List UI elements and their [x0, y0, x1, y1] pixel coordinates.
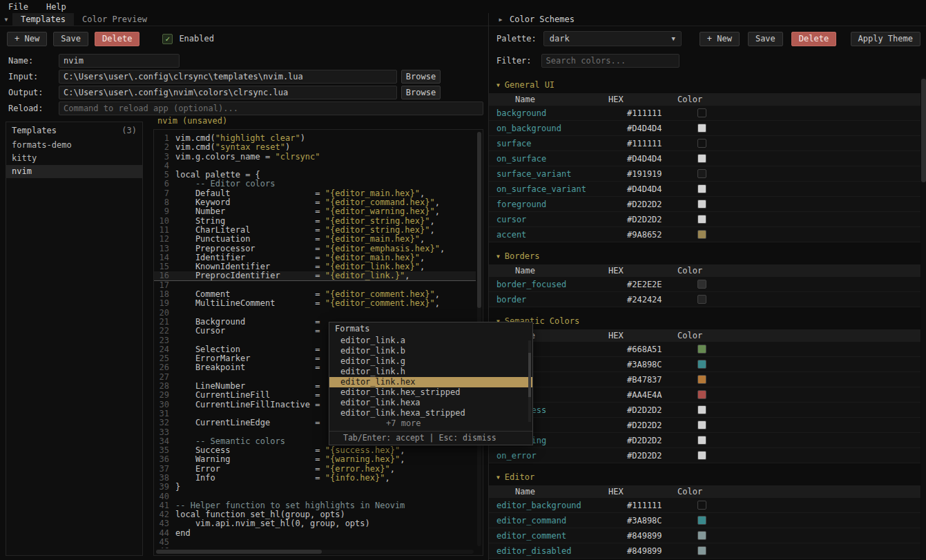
- color-row[interactable]: cursor#D2D2D2: [489, 212, 920, 227]
- chevron-down-icon[interactable]: ▼: [0, 17, 12, 23]
- input-path-field[interactable]: [59, 70, 397, 84]
- color-swatch[interactable]: [697, 421, 706, 429]
- autocomplete-item[interactable]: editor_link.a: [329, 336, 532, 346]
- line-number: 1: [154, 134, 169, 143]
- template-item-kitty[interactable]: kitty: [6, 152, 142, 165]
- line-number: 16: [154, 271, 169, 280]
- color-row[interactable]: warning#B47837: [489, 372, 920, 387]
- autocomplete-item[interactable]: editor_link.g: [329, 356, 532, 367]
- color-swatch[interactable]: [697, 531, 706, 540]
- color-row[interactable]: on_success#D2D2D2: [489, 403, 920, 418]
- color-row[interactable]: info#3A898C: [489, 357, 920, 372]
- color-swatch[interactable]: [697, 200, 706, 209]
- color-swatch[interactable]: [697, 516, 706, 525]
- scrollbar-thumb[interactable]: [528, 353, 531, 397]
- enabled-checkbox[interactable]: ✓: [162, 34, 173, 44]
- section-header[interactable]: ▼General UI: [489, 77, 920, 93]
- color-swatch[interactable]: [697, 436, 706, 445]
- code-line-46: 46: [154, 547, 476, 548]
- tab-color-preview[interactable]: Color Preview: [74, 13, 155, 26]
- color-row[interactable]: background#111111: [489, 106, 920, 121]
- output-path-field[interactable]: [59, 86, 397, 99]
- reload-command-field[interactable]: [59, 102, 483, 115]
- code-line-17: 17: [154, 281, 476, 290]
- color-row[interactable]: on_surface#D4D4D4: [489, 151, 920, 166]
- section-header[interactable]: ▼Editor: [489, 469, 920, 485]
- table-header-row: NameHEXColor: [489, 329, 920, 342]
- color-swatch[interactable]: [697, 546, 706, 555]
- delete-palette-button[interactable]: Delete: [791, 32, 836, 46]
- color-swatch[interactable]: [697, 169, 706, 178]
- template-name-input[interactable]: [59, 54, 180, 68]
- input-browse-button[interactable]: Browse: [401, 70, 441, 84]
- menu-help[interactable]: Help: [46, 2, 66, 12]
- scrollbar-thumb[interactable]: [477, 132, 481, 308]
- autocomplete-item[interactable]: editor_link.hex_stripped: [329, 387, 532, 398]
- color-swatch[interactable]: [697, 280, 706, 289]
- color-row[interactable]: surface_variant#191919: [489, 166, 920, 182]
- color-row[interactable]: on_background#D4D4D4: [489, 121, 920, 136]
- color-row[interactable]: on_surface_variant#D4D4D4: [489, 182, 920, 197]
- color-swatch[interactable]: [697, 390, 706, 399]
- autocomplete-item[interactable]: editor_link.hex: [329, 377, 532, 387]
- color-swatch[interactable]: [697, 215, 706, 224]
- color-row[interactable]: editor_comment#849899: [489, 528, 920, 543]
- scrollbar-thumb[interactable]: [921, 79, 926, 182]
- color-swatch[interactable]: [697, 154, 706, 163]
- color-row[interactable]: editor_disabled#849899: [489, 543, 920, 559]
- color-row[interactable]: accent#9A8652: [489, 227, 920, 242]
- color-swatch[interactable]: [697, 108, 706, 117]
- editor-horizontal-scrollbar[interactable]: [156, 550, 474, 554]
- color-swatch[interactable]: [697, 184, 706, 193]
- color-swatch[interactable]: [697, 230, 706, 239]
- template-item-nvim[interactable]: nvim: [6, 165, 142, 178]
- color-schemes-scrollbar[interactable]: [921, 77, 926, 560]
- color-hex: #111111: [627, 501, 696, 510]
- apply-theme-button[interactable]: Apply Theme: [851, 32, 920, 46]
- color-row[interactable]: editor_background#111111: [489, 498, 920, 513]
- color-row[interactable]: editor_command#3A898C: [489, 513, 920, 528]
- delete-template-button[interactable]: Delete: [95, 32, 139, 46]
- autocomplete-item[interactable]: editor_link.b: [329, 346, 532, 356]
- color-row[interactable]: border_focused#2E2E2E: [489, 277, 920, 292]
- template-item-formats-demo[interactable]: formats-demo: [6, 139, 142, 152]
- color-row[interactable]: on_error#D2D2D2: [489, 448, 920, 463]
- section-header[interactable]: ▼Semantic Colors: [489, 313, 920, 329]
- color-row[interactable]: on_info#D2D2D2: [489, 418, 920, 433]
- palette-select[interactable]: dark ▼: [543, 31, 682, 46]
- autocomplete-more[interactable]: +7 more: [329, 418, 532, 429]
- new-palette-button[interactable]: + New: [700, 32, 740, 46]
- menu-file[interactable]: File: [8, 2, 28, 12]
- new-template-button[interactable]: + New: [7, 32, 47, 46]
- save-palette-button[interactable]: Save: [748, 32, 783, 46]
- autocomplete-scrollbar[interactable]: [528, 340, 531, 422]
- autocomplete-item[interactable]: editor_link.hexa_stripped: [329, 408, 532, 418]
- color-row[interactable]: error#AA4E4A: [489, 387, 920, 403]
- line-text: Cursor =: [169, 327, 325, 336]
- output-browse-button[interactable]: Browse: [401, 86, 441, 99]
- color-row[interactable]: on_warning#D2D2D2: [489, 433, 920, 448]
- color-swatch[interactable]: [697, 345, 706, 354]
- tab-templates[interactable]: Templates: [12, 13, 74, 26]
- save-template-button[interactable]: Save: [53, 32, 88, 46]
- color-swatch[interactable]: [697, 360, 706, 369]
- color-swatch[interactable]: [697, 501, 706, 510]
- color-swatch[interactable]: [697, 405, 706, 414]
- color-filter-input[interactable]: [541, 54, 679, 68]
- scrollbar-thumb[interactable]: [156, 550, 322, 554]
- autocomplete-item[interactable]: editor_link.h: [329, 367, 532, 377]
- color-swatch[interactable]: [697, 139, 706, 148]
- color-swatch[interactable]: [697, 451, 706, 460]
- line-number: 34: [154, 437, 169, 446]
- color-swatch[interactable]: [697, 375, 706, 384]
- color-hex: #849899: [627, 546, 696, 556]
- autocomplete-item[interactable]: editor_link.hexa: [329, 398, 532, 408]
- chevron-right-icon[interactable]: ▶: [494, 17, 507, 23]
- color-row[interactable]: border#242424: [489, 292, 920, 307]
- section-header[interactable]: ▼Borders: [489, 248, 920, 264]
- color-row[interactable]: surface#111111: [489, 136, 920, 151]
- color-swatch[interactable]: [697, 124, 706, 133]
- color-swatch[interactable]: [697, 295, 706, 304]
- color-row[interactable]: foreground#D2D2D2: [489, 197, 920, 212]
- color-row[interactable]: success#668A51: [489, 342, 920, 357]
